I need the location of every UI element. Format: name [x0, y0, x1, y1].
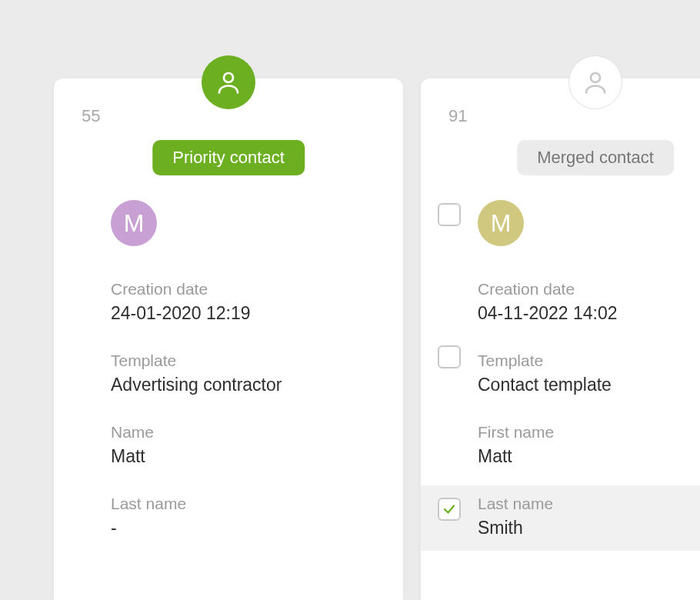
check-icon [442, 502, 456, 516]
svg-point-0 [224, 73, 233, 82]
contact-head-icon-right [568, 55, 622, 109]
template-value-right: Contact template [478, 375, 700, 395]
user-icon [582, 68, 609, 96]
template-label-right: Template [478, 352, 700, 370]
firstname-label-right: First name [478, 423, 700, 442]
priority-contact-card: 55 Priority contact M Creation date 24-0… [54, 78, 403, 600]
lastname-value-right: Smith [478, 518, 700, 538]
lastname-value-left: - [111, 518, 403, 538]
lastname-label-left: Last name [111, 495, 403, 513]
card-id-left: 55 [82, 106, 100, 126]
firstname-value-right: Matt [478, 446, 700, 467]
avatar-left: M [111, 200, 157, 246]
avatar-initial-left: M [124, 209, 145, 238]
template-select-checkbox[interactable] [438, 345, 461, 368]
avatar-right: M [478, 200, 524, 246]
contact-head-icon-left [202, 55, 255, 109]
creation-date-value-right: 04-11-2022 14:02 [478, 303, 700, 324]
avatar-select-checkbox[interactable] [438, 203, 461, 226]
merged-contact-badge: Merged contact [517, 140, 674, 175]
priority-contact-badge-label: Priority contact [172, 148, 285, 167]
name-value-left: Matt [111, 446, 403, 467]
card-id-right: 91 [448, 106, 467, 126]
merged-contact-card: 91 Merged contact M Creation da [421, 78, 700, 600]
template-value-left: Advertising contractor [111, 375, 403, 395]
user-icon [215, 68, 242, 96]
svg-point-1 [591, 73, 600, 82]
template-label-left: Template [111, 352, 403, 370]
lastname-label-right: Last name [478, 495, 700, 513]
creation-date-label-left: Creation date [111, 280, 403, 298]
creation-date-label-right: Creation date [478, 280, 700, 298]
creation-date-value-left: 24-01-2020 12:19 [111, 303, 403, 324]
avatar-initial-right: M [491, 209, 512, 238]
priority-contact-badge: Priority contact [152, 140, 305, 175]
name-label-left: Name [111, 423, 403, 442]
lastname-select-checkbox[interactable] [438, 498, 461, 521]
merged-contact-badge-label: Merged contact [537, 148, 654, 167]
